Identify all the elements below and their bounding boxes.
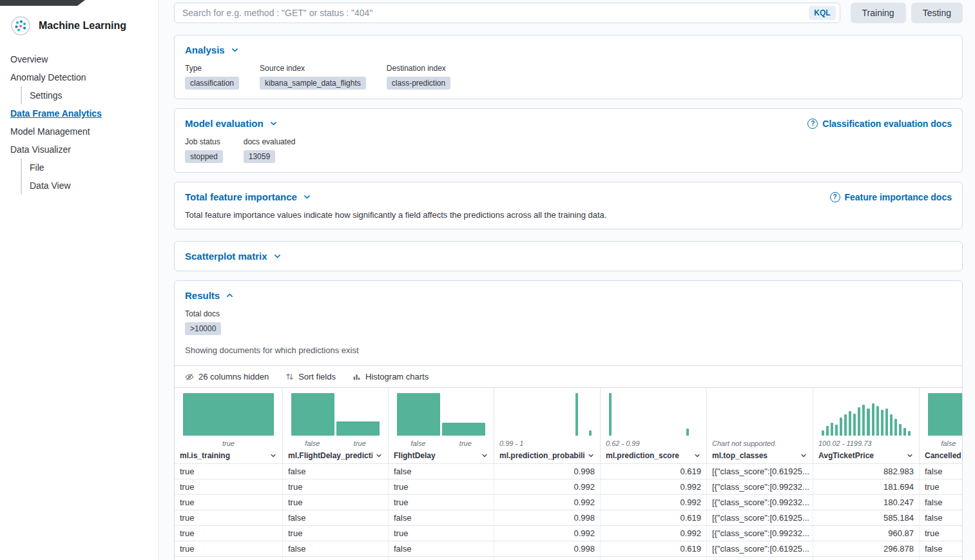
histogram-charts-button[interactable]: Histogram charts <box>352 372 429 381</box>
sidebar-item-settings[interactable]: Settings <box>21 86 158 104</box>
table-cell[interactable]: 0.998 <box>494 464 601 479</box>
search-input[interactable]: Search for e.g. method : "GET" or status… <box>174 3 840 23</box>
table-cell[interactable]: 181.694 <box>813 479 920 494</box>
model-evaluation-panel-toggle[interactable]: Model evaluation <box>185 118 278 129</box>
table-cell[interactable]: [{"class_score":[0.61925... <box>707 557 813 560</box>
chevron-down-icon[interactable] <box>906 452 914 459</box>
table-cell[interactable]: false <box>283 464 389 479</box>
table-cell[interactable]: 0.992 <box>494 526 601 541</box>
table-cell[interactable]: 0.992 <box>601 495 707 510</box>
sidebar-item-data-visualizer[interactable]: Data Visualizer <box>0 140 158 159</box>
sidebar-item-model-management[interactable]: Model Management <box>0 122 158 140</box>
table-cell[interactable]: false <box>283 541 389 556</box>
table-cell[interactable]: [{"class_score":[0.99232... <box>707 479 813 494</box>
table-cell[interactable]: false <box>389 464 494 479</box>
table-cell[interactable]: 882.983 <box>813 464 920 479</box>
table-cell[interactable]: false <box>389 541 494 556</box>
feature-importance-docs-link[interactable]: Feature importance docs <box>830 192 952 202</box>
chevron-down-icon[interactable] <box>800 452 807 459</box>
table-cell[interactable]: true <box>283 526 389 541</box>
table-cell[interactable]: true <box>283 479 389 494</box>
table-cell[interactable]: 0.619 <box>601 464 707 479</box>
chevron-down-icon[interactable] <box>587 452 595 459</box>
table-cell[interactable]: false <box>920 557 962 560</box>
table-cell[interactable]: 180.247 <box>813 495 920 510</box>
table-cell[interactable]: 0.992 <box>601 526 707 541</box>
table-cell[interactable]: false <box>283 510 389 525</box>
kql-badge[interactable]: KQL <box>809 6 835 20</box>
table-cell[interactable]: [{"class_score":[0.61925... <box>707 541 813 556</box>
table-cell[interactable]: 296.878 <box>813 541 920 556</box>
table-cell[interactable]: 960.87 <box>813 526 920 541</box>
table-cell[interactable]: 585.184 <box>813 510 920 525</box>
column-header-Cancelled[interactable]: falsetrueCancelled <box>920 388 962 463</box>
table-cell[interactable]: false <box>920 495 962 510</box>
column-header-ml.FlightDelay_prediction[interactable]: falsetrueml.FlightDelay_prediction <box>283 388 389 463</box>
table-cell[interactable]: false <box>389 510 494 525</box>
sidebar-item-data-frame-analytics[interactable]: Data Frame Analytics <box>0 104 158 122</box>
table-cell[interactable]: 0.619 <box>601 557 707 560</box>
table-cell[interactable]: true <box>389 479 494 494</box>
table-cell[interactable]: 0.992 <box>494 495 601 510</box>
classification-evaluation-docs-link[interactable]: Classification evaluation docs <box>807 119 952 129</box>
analysis-panel-toggle[interactable]: Analysis <box>185 44 239 55</box>
table-cell[interactable]: 0.619 <box>601 541 707 556</box>
table-cell[interactable]: true <box>389 526 494 541</box>
table-cell[interactable]: false <box>920 541 962 556</box>
table-cell[interactable]: 0.619 <box>601 510 707 525</box>
chevron-down-icon[interactable] <box>693 452 701 459</box>
chevron-down-icon <box>303 193 311 201</box>
column-histogram <box>712 393 807 436</box>
results-fields: Total docs>10000 <box>185 309 952 335</box>
sidebar-item-file[interactable]: File <box>21 159 158 177</box>
column-header-AvgTicketPrice[interactable]: 100.02 - 1199.73AvgTicketPrice <box>813 388 920 463</box>
column-header-FlightDelay[interactable]: falsetrueFlightDelay <box>389 388 494 463</box>
table-cell[interactable]: 0.998 <box>494 557 601 560</box>
results-panel-toggle[interactable]: Results <box>185 290 234 301</box>
table-cell[interactable]: 0.998 <box>494 510 601 525</box>
sidebar-item-overview[interactable]: Overview <box>0 50 158 68</box>
column-header-ml.is_training[interactable]: trueml.is_training <box>175 388 283 463</box>
chevron-down-icon[interactable] <box>269 452 277 459</box>
table-cell[interactable]: [{"class_score":[0.99232... <box>707 495 813 510</box>
table-cell[interactable]: true <box>175 495 283 510</box>
table-cell[interactable]: 906.438 <box>813 557 920 560</box>
column-header-ml.prediction_score[interactable]: 0.62 - 0.99ml.prediction_score <box>601 388 707 463</box>
table-cell[interactable]: true <box>920 479 962 494</box>
table-cell[interactable]: 0.998 <box>494 541 601 556</box>
table-cell[interactable]: [{"class_score":[0.61925... <box>707 464 813 479</box>
column-header-ml.prediction_probability[interactable]: 0.99 - 1ml.prediction_probability <box>494 388 601 463</box>
table-cell[interactable]: 0.992 <box>494 479 601 494</box>
table-cell[interactable]: true <box>389 495 494 510</box>
table-cell[interactable]: true <box>175 526 283 541</box>
sort-fields-button[interactable]: Sort fields <box>285 372 336 381</box>
table-cell[interactable]: 0.992 <box>601 479 707 494</box>
table-cell[interactable]: true <box>175 479 283 494</box>
table-cell[interactable]: true <box>175 510 283 525</box>
total-feature-importance-panel-toggle[interactable]: Total feature importance <box>185 191 311 202</box>
table-cell[interactable]: [{"class_score":[0.61925... <box>707 510 813 525</box>
chevron-down-icon[interactable] <box>375 452 383 459</box>
table-cell[interactable]: true <box>175 557 283 560</box>
table-cell[interactable]: true <box>175 541 283 556</box>
table-cell[interactable]: false <box>389 557 494 560</box>
histogram-bar <box>876 406 879 436</box>
table-cell[interactable]: true <box>920 526 962 541</box>
column-header-ml.top_classes[interactable]: Chart not supported.ml.top_classes <box>707 388 813 463</box>
columns-hidden-button[interactable]: 26 columns hidden <box>185 372 269 381</box>
chevron-down-icon[interactable] <box>481 452 488 459</box>
table-cell[interactable]: [{"class_score":[0.99232... <box>707 526 813 541</box>
training-button[interactable]: Training <box>851 3 906 23</box>
scatterplot-matrix-panel-toggle[interactable]: Scatterplot matrix <box>185 251 282 262</box>
field-label: Destination index <box>387 64 450 73</box>
sidebar-item-anomaly-detection[interactable]: Anomaly Detection <box>0 68 158 86</box>
testing-button[interactable]: Testing <box>911 3 963 23</box>
sidebar-item-data-view[interactable]: Data View <box>21 177 158 195</box>
table-cell[interactable]: false <box>283 557 389 560</box>
column-name: Cancelled <box>925 451 961 460</box>
training-testing-toggle: Training Testing <box>851 3 963 23</box>
table-cell[interactable]: false <box>920 510 962 525</box>
table-cell[interactable]: false <box>920 464 962 479</box>
table-cell[interactable]: true <box>175 464 283 479</box>
table-cell[interactable]: true <box>283 495 389 510</box>
